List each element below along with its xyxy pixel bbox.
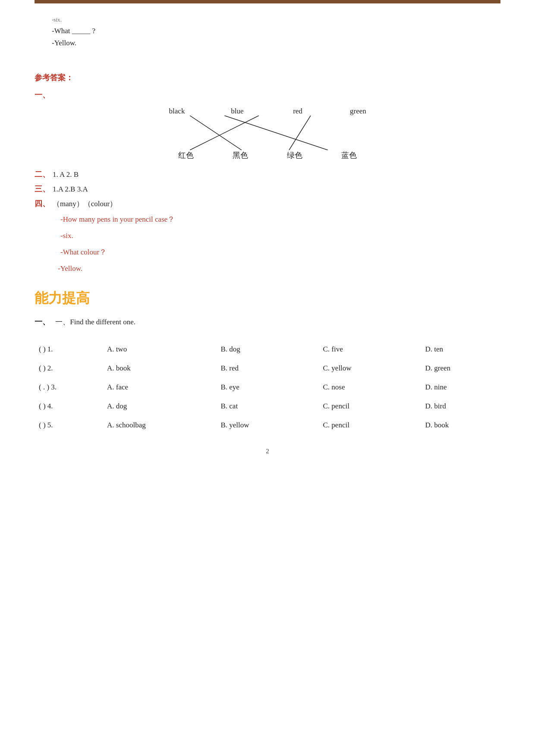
qa-block: -How many pens in your pencil case？ -six… — [60, 212, 500, 276]
row1-bracket: ( ) 1. — [35, 340, 103, 359]
row4-a: A. dog — [103, 397, 216, 416]
row3-a: A. face — [103, 378, 216, 397]
svg-line-2 — [190, 116, 259, 150]
qa-line-2: -six. — [60, 229, 500, 243]
row1-c: C. five — [319, 340, 421, 359]
section4-header: 四、 （many）（colour） — [35, 198, 500, 209]
intro-line2: -What _____ ? — [52, 27, 500, 35]
table-row: ( ) 5. A. schoolbag B. yellow C. pencil … — [35, 416, 500, 435]
match-lines-svg — [173, 116, 362, 150]
section4-block: 四、 （many）（colour） -How many pens in your… — [35, 198, 500, 276]
page-number: 2 — [35, 448, 500, 455]
row2-a: A. book — [103, 359, 216, 378]
row2-b: B. red — [216, 359, 318, 378]
table-row: ( ) 2. A. book B. red C. yellow D. green — [35, 359, 500, 378]
row2-bracket: ( ) 2. — [35, 359, 103, 378]
svg-line-3 — [289, 116, 311, 150]
nengli-title: 能力提高 — [35, 289, 500, 308]
row1-b: B. dog — [216, 340, 318, 359]
row5-a: A. schoolbag — [103, 416, 216, 435]
section3-line: 三、 1.A 2.B 3.A — [35, 184, 500, 194]
match-top-row: black blue red green — [160, 107, 375, 116]
intro-line3: -Yellow. — [52, 39, 500, 47]
matching-diagram: black blue red green 红色 黑色 绿色 蓝色 — [35, 107, 500, 160]
qa-line-3: -What colour？ — [60, 245, 500, 260]
page: -six. -What _____ ? -Yellow. 参考答案： 一、 bl… — [0, 0, 535, 756]
svg-line-0 — [190, 116, 242, 150]
table-row: ( . ) 3. A. face B. eye C. nose D. nine — [35, 378, 500, 397]
row4-d: D. bird — [421, 397, 500, 416]
qa-line-1: -How many pens in your pencil case？ — [60, 212, 500, 227]
top-bar — [35, 0, 500, 3]
ref-answer-title: 参考答案： — [35, 72, 500, 83]
intro-block: -six. -What _____ ? -Yellow. — [52, 16, 500, 47]
row3-d: D. nine — [421, 378, 500, 397]
find-diff-instruction: 一、 一、Find the different one. — [35, 317, 500, 327]
row3-c: C. nose — [319, 378, 421, 397]
row1-a: A. two — [103, 340, 216, 359]
table-row: ( ) 1. A. two B. dog C. five D. ten — [35, 340, 500, 359]
answer-table: ( ) 1. A. two B. dog C. five D. ten ( ) — [35, 340, 500, 435]
intro-line1: -six. — [52, 16, 500, 23]
section2-line: 二、 1. A 2. B — [35, 169, 500, 179]
section1-label: 一、 — [35, 90, 500, 100]
row4-c: C. pencil — [319, 397, 421, 416]
match-bottom-row: 红色 黑色 绿色 蓝色 — [169, 150, 366, 160]
row3-b: B. eye — [216, 378, 318, 397]
row5-b: B. yellow — [216, 416, 318, 435]
svg-line-1 — [224, 116, 328, 150]
row1-d: D. ten — [421, 340, 500, 359]
row5-bracket: ( ) 5. — [35, 416, 103, 435]
qa-line-4: -Yellow. — [56, 261, 500, 276]
row5-c: C. pencil — [319, 416, 421, 435]
table-row: ( ) 4. A. dog B. cat C. pencil D. bird — [35, 397, 500, 416]
row2-d: D. green — [421, 359, 500, 378]
row4-bracket: ( ) 4. — [35, 397, 103, 416]
row2-c: C. yellow — [319, 359, 421, 378]
row4-b: B. cat — [216, 397, 318, 416]
row3-bracket: ( . ) 3. — [35, 378, 103, 397]
row5-d: D. book — [421, 416, 500, 435]
